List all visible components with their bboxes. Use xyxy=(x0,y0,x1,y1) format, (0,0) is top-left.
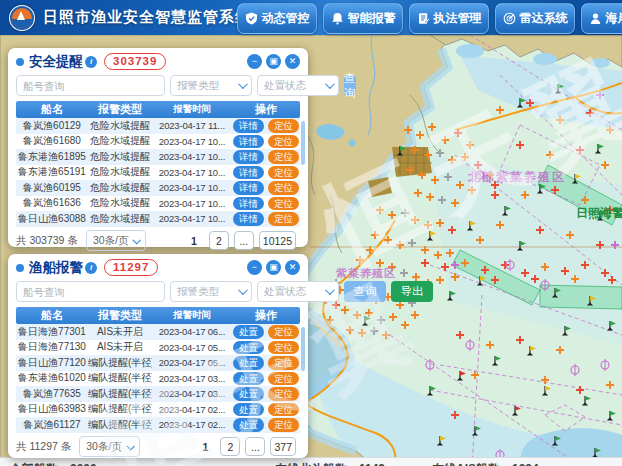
handle-button[interactable]: 处置 xyxy=(233,387,264,401)
locate-button[interactable]: 定位 xyxy=(268,418,299,432)
minimize-icon[interactable]: − xyxy=(247,260,262,275)
detail-button[interactable]: 详情 xyxy=(233,197,264,211)
chevron-down-icon xyxy=(325,79,335,89)
page-ellipsis[interactable]: ... xyxy=(245,437,265,456)
count-badge: 303739 xyxy=(104,53,166,70)
count-badge: 11297 xyxy=(104,259,158,276)
ship-number-input[interactable] xyxy=(16,281,165,302)
ship-number-input[interactable] xyxy=(16,75,165,96)
nav-tab-law-enforcement[interactable]: 执法管理 xyxy=(409,3,489,34)
safety-reminder-panel: 安全提醒 i 303739 − ▣ ✕ 报警类型 处置状态 查询 船名 报警类型… xyxy=(8,48,308,247)
table-row[interactable]: 鲁东港渔61020编队提醒(半径)2023-04-17 03... 处置定位 xyxy=(16,371,300,387)
nav-tab-radar-system[interactable]: 雷达系统 xyxy=(495,3,575,34)
locate-button[interactable]: 定位 xyxy=(268,325,299,339)
nav-tab-coast-monitor[interactable]: 海岸监控 xyxy=(581,3,622,34)
nav-tab-label: 执法管理 xyxy=(434,10,482,27)
panel-title: 渔船报警 xyxy=(29,259,83,277)
detail-button[interactable]: 详情 xyxy=(233,119,264,133)
query-button[interactable]: 查询 xyxy=(344,281,386,302)
panel-bullet-icon xyxy=(16,264,24,272)
export-button[interactable]: 导出 xyxy=(391,281,433,302)
locate-button[interactable]: 定位 xyxy=(268,212,299,226)
detail-button[interactable]: 详情 xyxy=(233,166,264,180)
total-count: 共 303739 条 xyxy=(16,234,78,248)
handle-button[interactable]: 处置 xyxy=(233,372,264,386)
table-row[interactable]: 鲁日山渔77120编队提醒(半径)2023-04-17 05... 处置定位 xyxy=(16,355,300,371)
table-row[interactable]: 鲁岚渔61127编队提醒(半径)2023-04-17 02... 处置定位 xyxy=(16,417,300,433)
page-last[interactable]: 10125 xyxy=(259,231,296,250)
minimize-icon[interactable]: − xyxy=(247,54,262,69)
online-beidou-stat: 在线北斗船数：1149 xyxy=(275,461,385,466)
page-2[interactable]: 2 xyxy=(220,437,240,456)
locate-button[interactable]: 定位 xyxy=(268,341,299,355)
table-row[interactable]: 鲁岚渔77635编队提醒(半径)2023-04-17 03... 处置定位 xyxy=(16,386,300,402)
nav-tab-smart-alarm[interactable]: 智能报警 xyxy=(323,3,403,34)
alarm-type-select[interactable]: 报警类型 xyxy=(170,281,252,302)
nav-tab-label: 海岸监控 xyxy=(606,10,622,27)
radar-icon xyxy=(503,12,516,25)
page-ellipsis[interactable]: ... xyxy=(234,231,254,250)
table-header: 船名 报警类型 报警时间 操作 xyxy=(16,307,300,324)
handle-button[interactable]: 处置 xyxy=(233,356,264,370)
handle-button[interactable]: 处置 xyxy=(233,418,264,432)
table-row[interactable]: 鲁日海渔77130AIS未开启2023-04-17 05... 处置定位 xyxy=(16,340,300,356)
alarm-type-select[interactable]: 报警类型 xyxy=(170,75,252,96)
page-1[interactable]: 1 xyxy=(195,437,215,456)
query-button[interactable]: 查询 xyxy=(344,75,356,96)
page-size-select[interactable]: 30条/页 xyxy=(86,230,147,251)
locate-button[interactable]: 定位 xyxy=(268,403,299,417)
table-row[interactable]: 鲁东港渔65191危险水域提醒2023-04-17 10... 详情定位 xyxy=(16,165,300,181)
table-row[interactable]: 鲁东港渔61895危险水域提醒2023-04-17 10... 详情定位 xyxy=(16,149,300,165)
page-size-select[interactable]: 30条/页 xyxy=(79,436,140,457)
handle-button[interactable]: 处置 xyxy=(233,403,264,417)
locate-button[interactable]: 定位 xyxy=(268,150,299,164)
restore-icon[interactable]: ▣ xyxy=(266,260,281,275)
nav-tab-label: 智能报警 xyxy=(348,10,396,27)
locate-button[interactable]: 定位 xyxy=(268,181,299,195)
col-operation: 操作 xyxy=(232,308,300,323)
table-row[interactable]: 鲁日山渔63983编队提醒(半径)2023-04-17 02... 处置定位 xyxy=(16,402,300,418)
dispose-status-select[interactable]: 处置状态 xyxy=(257,281,339,302)
locate-button[interactable]: 定位 xyxy=(268,135,299,149)
locate-button[interactable]: 定位 xyxy=(268,387,299,401)
page-2[interactable]: 2 xyxy=(209,231,229,250)
table-scrollbar[interactable] xyxy=(301,327,305,371)
nav-tab-label: 动态管控 xyxy=(262,10,310,27)
nav-tab-label: 雷达系统 xyxy=(520,10,568,27)
close-icon[interactable]: ✕ xyxy=(285,54,300,69)
locate-button[interactable]: 定位 xyxy=(268,356,299,370)
table-row[interactable]: 鲁岚渔60195危险水域提醒2023-04-17 10... 详情定位 xyxy=(16,180,300,196)
col-alarm-type: 报警类型 xyxy=(88,308,152,323)
table-scrollbar[interactable] xyxy=(301,121,305,165)
page-1[interactable]: 1 xyxy=(184,231,204,250)
locate-button[interactable]: 定位 xyxy=(268,372,299,386)
restore-icon[interactable]: ▣ xyxy=(266,54,281,69)
col-alarm-type: 报警类型 xyxy=(88,102,152,117)
detail-button[interactable]: 详情 xyxy=(233,150,264,164)
locate-button[interactable]: 定位 xyxy=(268,119,299,133)
fleet-status-bar: 全部船数：3000 在线北斗船数：1149 在线AIS船数：1234 xyxy=(0,457,622,466)
detail-button[interactable]: 详情 xyxy=(233,135,264,149)
dispose-status-select[interactable]: 处置状态 xyxy=(257,75,339,96)
clipboard-edit-icon xyxy=(417,12,430,25)
col-alarm-time: 报警时间 xyxy=(152,103,232,116)
nav-tab-dynamic-control[interactable]: 动态管控 xyxy=(237,3,317,34)
info-icon[interactable]: i xyxy=(85,56,97,68)
info-icon[interactable]: i xyxy=(85,262,97,274)
bell-icon xyxy=(331,12,344,25)
page-last[interactable]: 377 xyxy=(270,437,296,456)
table-row[interactable]: 鲁日海渔77301AIS未开启2023-04-17 06... 处置定位 xyxy=(16,324,300,340)
detail-button[interactable]: 详情 xyxy=(233,181,264,195)
handle-button[interactable]: 处置 xyxy=(233,325,264,339)
table-row[interactable]: 鲁日山渔63088危险水域提醒2023-04-17 10... 详情定位 xyxy=(16,211,300,227)
locate-button[interactable]: 定位 xyxy=(268,166,299,180)
safety-table: 船名 报警类型 报警时间 操作 鲁岚渔60129危险水域提醒2023-04-17… xyxy=(16,101,300,227)
locate-button[interactable]: 定位 xyxy=(268,197,299,211)
handle-button[interactable]: 处置 xyxy=(233,341,264,355)
col-ship-name: 船名 xyxy=(16,102,88,117)
detail-button[interactable]: 详情 xyxy=(233,212,264,226)
close-icon[interactable]: ✕ xyxy=(285,260,300,275)
table-row[interactable]: 鲁岚渔61636危险水域提醒2023-04-17 10... 详情定位 xyxy=(16,196,300,212)
table-row[interactable]: 鲁岚渔60129危险水域提醒2023-04-17 11... 详情定位 xyxy=(16,118,300,134)
table-row[interactable]: 鲁岚渔61680危险水域提醒2023-04-17 10... 详情定位 xyxy=(16,134,300,150)
